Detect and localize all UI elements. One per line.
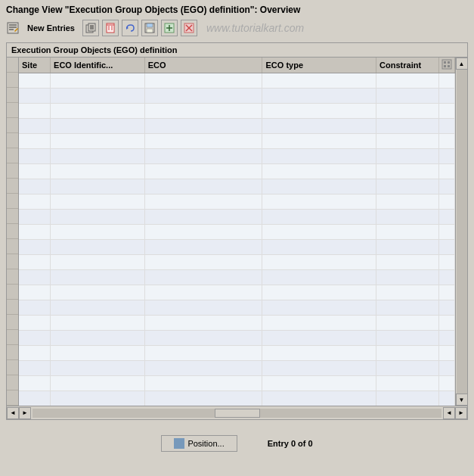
table-cell[interactable]	[376, 88, 439, 103]
table-cell[interactable]	[262, 390, 376, 406]
other-button-1[interactable]	[161, 20, 178, 36]
row-selector-cell[interactable]	[7, 269, 18, 285]
table-cell[interactable]	[19, 148, 51, 163]
table-cell[interactable]	[19, 103, 51, 118]
table-cell[interactable]	[376, 148, 439, 163]
table-cell[interactable]	[51, 330, 145, 345]
table-cell[interactable]	[262, 254, 376, 269]
table-cell[interactable]	[262, 315, 376, 330]
table-cell[interactable]	[51, 118, 145, 133]
table-cell[interactable]	[144, 285, 262, 300]
col-header-settings[interactable]	[439, 58, 455, 73]
table-cell[interactable]	[262, 360, 376, 375]
table-cell[interactable]	[262, 375, 376, 390]
copy-button[interactable]	[82, 20, 99, 36]
table-cell[interactable]	[439, 330, 455, 345]
table-cell[interactable]	[439, 133, 455, 148]
hscroll-far-left-button[interactable]: ◄	[443, 407, 455, 419]
row-selector-cell[interactable]	[7, 133, 18, 148]
table-cell[interactable]	[376, 163, 439, 179]
row-selector-cell[interactable]	[7, 330, 18, 345]
table-cell[interactable]	[51, 179, 145, 194]
table-cell[interactable]	[376, 360, 439, 375]
table-cell[interactable]	[144, 88, 262, 103]
table-cell[interactable]	[439, 254, 455, 269]
table-cell[interactable]	[144, 118, 262, 133]
position-button[interactable]: Position...	[161, 435, 237, 452]
table-cell[interactable]	[19, 194, 51, 209]
table-cell[interactable]	[51, 148, 145, 163]
table-cell[interactable]	[19, 269, 51, 285]
table-cell[interactable]	[144, 360, 262, 375]
hscroll-far-right-button[interactable]: ►	[455, 407, 467, 419]
table-cell[interactable]	[144, 73, 262, 88]
table-cell[interactable]	[144, 179, 262, 194]
table-row[interactable]	[19, 209, 455, 224]
table-cell[interactable]	[19, 179, 51, 194]
table-cell[interactable]	[376, 269, 439, 285]
table-cell[interactable]	[439, 285, 455, 300]
table-cell[interactable]	[144, 315, 262, 330]
table-cell[interactable]	[51, 88, 145, 103]
scroll-down-button[interactable]: ▼	[456, 394, 468, 406]
delete-button[interactable]	[102, 20, 119, 36]
table-cell[interactable]	[19, 360, 51, 375]
table-cell[interactable]	[262, 103, 376, 118]
row-selector-cell[interactable]	[7, 360, 18, 375]
table-cell[interactable]	[51, 73, 145, 88]
table-cell[interactable]	[19, 88, 51, 103]
table-cell[interactable]	[19, 118, 51, 133]
table-cell[interactable]	[376, 315, 439, 330]
table-row[interactable]	[19, 345, 455, 360]
table-cell[interactable]	[376, 73, 439, 88]
row-selector-cell[interactable]	[7, 285, 18, 300]
table-row[interactable]	[19, 73, 455, 88]
table-cell[interactable]	[144, 330, 262, 345]
save-button[interactable]	[141, 20, 158, 36]
table-cell[interactable]	[439, 148, 455, 163]
hscroll-right-button[interactable]: ►	[19, 407, 31, 419]
table-cell[interactable]	[19, 330, 51, 345]
table-cell[interactable]	[51, 269, 145, 285]
row-selector-cell[interactable]	[7, 179, 18, 194]
table-cell[interactable]	[51, 209, 145, 224]
row-selector-cell[interactable]	[7, 224, 18, 239]
row-selector-cell[interactable]	[7, 390, 18, 406]
table-cell[interactable]	[262, 224, 376, 239]
table-cell[interactable]	[51, 163, 145, 179]
table-cell[interactable]	[262, 148, 376, 163]
table-cell[interactable]	[376, 224, 439, 239]
table-cell[interactable]	[439, 179, 455, 194]
table-cell[interactable]	[439, 73, 455, 88]
table-cell[interactable]	[376, 330, 439, 345]
row-selector-cell[interactable]	[7, 103, 18, 118]
table-cell[interactable]	[262, 269, 376, 285]
table-row[interactable]	[19, 163, 455, 179]
table-cell[interactable]	[439, 88, 455, 103]
table-cell[interactable]	[144, 300, 262, 315]
table-cell[interactable]	[51, 285, 145, 300]
row-selector-cell[interactable]	[7, 118, 18, 133]
table-cell[interactable]	[144, 103, 262, 118]
table-cell[interactable]	[439, 118, 455, 133]
table-cell[interactable]	[144, 375, 262, 390]
table-row[interactable]	[19, 148, 455, 163]
table-cell[interactable]	[376, 133, 439, 148]
table-cell[interactable]	[262, 118, 376, 133]
row-selector-cell[interactable]	[7, 254, 18, 269]
table-row[interactable]	[19, 179, 455, 194]
table-cell[interactable]	[376, 209, 439, 224]
table-cell[interactable]	[144, 133, 262, 148]
table-cell[interactable]	[376, 375, 439, 390]
scroll-up-button[interactable]: ▲	[456, 58, 468, 70]
hscroll-left-button[interactable]: ◄	[7, 407, 19, 419]
table-row[interactable]	[19, 300, 455, 315]
table-cell[interactable]	[51, 254, 145, 269]
table-cell[interactable]	[439, 224, 455, 239]
table-row[interactable]	[19, 390, 455, 406]
table-cell[interactable]	[19, 300, 51, 315]
table-cell[interactable]	[376, 179, 439, 194]
table-cell[interactable]	[144, 194, 262, 209]
table-cell[interactable]	[376, 194, 439, 209]
table-cell[interactable]	[376, 254, 439, 269]
